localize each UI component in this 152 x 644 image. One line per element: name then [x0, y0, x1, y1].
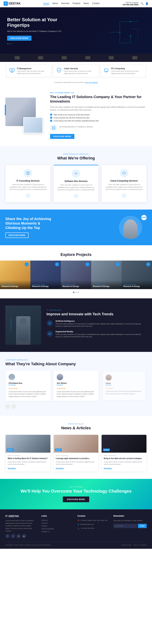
cta-banner: Share the Joy of Achieving Glorious Mome… [0, 210, 152, 245]
news-read-more-3[interactable]: Read More [104, 468, 112, 469]
newsletter-send-button[interactable]: SEND [138, 524, 147, 528]
circuit-decoration [106, 14, 141, 50]
tech-item-ai-content: Artificial Intelligence There are many v… [55, 320, 147, 328]
footer-link-about[interactable]: About Us [41, 519, 72, 521]
news-month-2: Feb [58, 449, 61, 451]
project-item-1[interactable]: Construction Research & Energy → [0, 260, 30, 289]
footer-link-contact[interactable]: Contact Us [41, 531, 72, 532]
footer-logo-icon: IT [5, 515, 8, 518]
software-dev-icon [72, 169, 80, 178]
project-arrow-4[interactable]: → [116, 262, 120, 266]
project-item-2[interactable]: Construction Research & Energy → [30, 260, 61, 289]
project-arrow-3[interactable]: → [86, 262, 89, 266]
newsletter-form: SEND [113, 524, 147, 528]
project-arrow-1[interactable]: → [25, 262, 29, 266]
testimonial-prev-button[interactable]: ← [5, 404, 10, 409]
tech-title: Improve and Innovate with Tech Trends [46, 312, 147, 316]
cta-bottom-button[interactable]: DISCOVER MORE [63, 496, 89, 502]
check-dot-2: ✓ [50, 117, 52, 119]
service-card-it-content: IT Management Lorem ipsum dolor sit amet… [17, 68, 49, 74]
testimonial-1: Christiana Eva Developer ★★★★★ Lorem ips… [5, 370, 51, 401]
hero-cta-button[interactable]: DISCOVER MORE [7, 36, 31, 41]
check-text-2: It has survived not only five centuries … [53, 117, 90, 119]
offer-card-it-desc: There are many variations of Lorem ipsum… [9, 184, 47, 191]
twitter-icon[interactable]: t [11, 534, 15, 538]
svg-rect-11 [48, 333, 51, 335]
testimonial-stars-3: ★★★★★ [106, 387, 142, 389]
testimonial-role-1: Developer [9, 384, 47, 386]
partner-6 [132, 56, 137, 60]
testimonials-section: Customer Feedbacks What They're Talking … [0, 352, 152, 416]
project-arrow-5[interactable]: → [146, 262, 150, 266]
news-article-title-2: Leverage agile frameworks to provide a [56, 457, 96, 460]
footer-link-cloud[interactable]: Cloud Computing [41, 528, 72, 530]
news-date-3: 04 Mar [103, 448, 110, 451]
footer-link-services[interactable]: Services [41, 522, 72, 524]
svg-rect-7 [26, 172, 30, 174]
cta-banner-image: NOW [114, 215, 147, 240]
linkedin-icon[interactable]: in [17, 534, 21, 538]
nav-about[interactable]: About [52, 2, 58, 5]
proj-dot-1[interactable] [73, 292, 74, 293]
footer-email: ✉ info@example.com [78, 523, 108, 526]
project-cat-1: Construction [2, 284, 29, 285]
project-arrow-2[interactable]: → [55, 262, 59, 266]
tech-section: IT Technology IT Technology Improve and … [0, 298, 152, 352]
hero-section: Better Solution at Your Fingertips We're… [0, 7, 152, 54]
footer-email-text: info@example.com [80, 523, 94, 526]
testimonial-stars-1: ★★★★★ [9, 387, 47, 390]
testimonial-role-3: Manager [106, 384, 142, 386]
tech-item-ar-title: Augmented Reality [55, 330, 147, 332]
svg-rect-6 [104, 69, 108, 71]
nav-projects[interactable]: Projects [72, 2, 80, 5]
nav-home[interactable]: Home [43, 2, 49, 5]
logo[interactable]: IT IZEETAK [4, 2, 21, 6]
privacy-link[interactable]: Privacy Policy [121, 544, 131, 546]
newsletter-email-input[interactable] [113, 524, 137, 528]
service-card-pc-title: PC Computing [111, 68, 143, 70]
terms-link[interactable]: Terms & Condition [133, 544, 147, 546]
offer-card-cloud-arrow[interactable]: → [122, 193, 127, 198]
project-overlay-1: Construction Research & Energy [0, 280, 30, 289]
testimonial-stars-2: ★★★★★ [57, 387, 96, 390]
cta-person-circle [119, 216, 142, 239]
user-icon[interactable]: 👤 [145, 2, 148, 5]
tech-item-ar-content: Augmented Reality There are many variati… [55, 330, 147, 338]
find-nearest-link[interactable]: Find Your Nearest [85, 82, 98, 83]
search-icon[interactable]: 🔍 [140, 2, 143, 5]
project-item-3[interactable]: Construction Research & Energy → [61, 260, 91, 289]
check-item-1: ✓ Take a look at our round up of the bes… [50, 114, 147, 116]
footer-bottom: Copyright © 2022 Izeetak. All rights are… [5, 542, 147, 546]
news-read-more-2[interactable]: Read More [56, 468, 64, 469]
nav-news[interactable]: News [84, 2, 89, 5]
offer-card-software-arrow[interactable]: → [73, 193, 79, 198]
news-day-3: 04 [104, 449, 106, 451]
hero-dot-1 [7, 44, 9, 44]
robot-forearm [18, 327, 29, 341]
offer-card-cloud-title: Cloud Computing Services [105, 180, 143, 182]
offer-card-it-arrow[interactable]: → [25, 193, 30, 198]
proj-dot-3[interactable] [78, 292, 79, 293]
partner-3-logo [62, 56, 67, 60]
proj-dot-2[interactable] [75, 292, 77, 293]
facebook-icon[interactable]: f [5, 534, 10, 538]
offer-card-software-desc: There are many variations of Lorem ipsum… [57, 184, 95, 191]
youtube-icon[interactable]: ▶ [22, 534, 26, 538]
project-item-4[interactable]: Construction Research & Energy → [91, 260, 122, 289]
project-item-5[interactable]: Construction Research & Energy → [122, 260, 152, 289]
news-read-more-1[interactable]: Read More [8, 468, 16, 469]
nav-contact[interactable]: Contact [92, 2, 99, 5]
about-title: The Leading IT Solutions Company & Your … [50, 95, 147, 104]
offer-card-it-title: IT Consulting Services [9, 180, 47, 182]
nav-services[interactable]: Services [61, 2, 69, 5]
cta-banner-button[interactable]: DISCOVER MORE [5, 232, 29, 238]
footer-contact-col: Contact 📍 65 West Argyle Street, 000, Ne… [78, 515, 108, 538]
footer-address-text: 65 West Argyle Street, 000, New York [81, 519, 108, 522]
testimonial-next-button[interactable]: → [12, 404, 16, 409]
footer-link-projects[interactable]: Projects [41, 525, 72, 527]
footer-copyright: Copyright © 2022 Izeetak. All rights are… [5, 544, 51, 546]
about-stats-row: We Provide all kinds of IT Solutions & S… [50, 124, 147, 132]
project-title-2: Research & Energy [32, 285, 59, 287]
news-date-1: 28 Jan [7, 448, 14, 451]
about-cta-button[interactable]: DISCOVER MORE [50, 134, 74, 139]
